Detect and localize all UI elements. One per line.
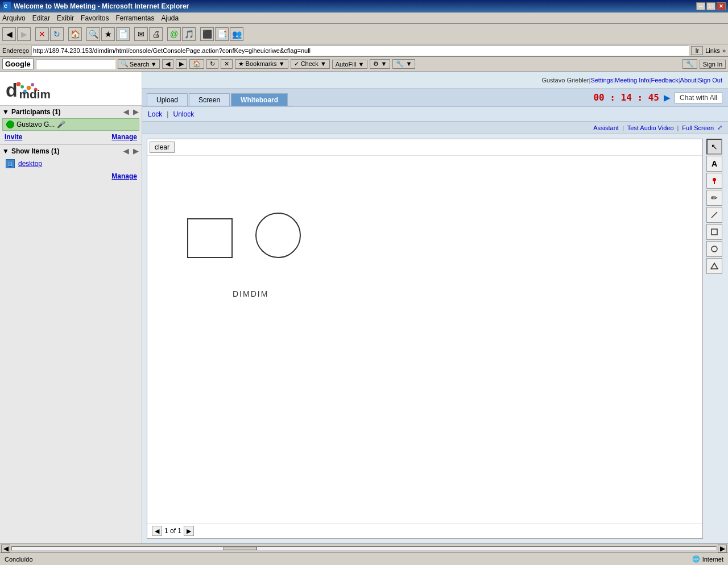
google-stop-btn[interactable]: ✕	[221, 59, 233, 69]
titlebar-icon: e	[2, 1, 11, 12]
links-label: Links	[705, 47, 720, 54]
bookmarks-button[interactable]: ★ Bookmarks ▼	[235, 59, 288, 69]
horizontal-scrollbar[interactable]: ◀ ▶	[0, 543, 728, 552]
google-wrench-btn[interactable]: 🔧	[682, 59, 697, 69]
pointer-tool-button[interactable]	[706, 173, 722, 189]
participants-collapse-icon[interactable]: ▼	[2, 108, 9, 116]
home-button[interactable]: 🏠	[68, 27, 82, 41]
back-button[interactable]: ◀	[2, 27, 16, 41]
chat-with-all-button[interactable]: Chat with All	[675, 92, 722, 103]
rect-tool-button[interactable]	[706, 224, 722, 240]
google-settings-btn[interactable]: ⚙ ▼	[370, 59, 390, 69]
circle-tool-button[interactable]	[706, 241, 722, 257]
address-input[interactable]: http://189.74.230.153/dimdim/html/consol…	[31, 45, 689, 56]
sign-in-button[interactable]: Sign In	[700, 60, 726, 69]
window-button[interactable]: ⬛	[200, 27, 214, 41]
cursor-tool-button[interactable]: ↖	[706, 139, 722, 155]
tab-upload[interactable]: Upload	[147, 93, 188, 106]
refresh-button[interactable]: ↻	[50, 27, 64, 41]
desktop-item[interactable]: □ desktop	[2, 157, 139, 170]
whiteboard[interactable]: clear DIMDIM ◀ 1 of 1 ▶	[147, 139, 703, 539]
participants-next-arrow[interactable]: ▶	[132, 108, 139, 116]
participant-name: Gustavo G...	[16, 121, 55, 128]
toolbar-btn3[interactable]: 👥	[230, 27, 243, 41]
mail-button[interactable]: ✉	[134, 27, 148, 41]
scroll-left-button[interactable]: ◀	[1, 545, 10, 552]
full-screen-icon[interactable]: ⤢	[717, 124, 722, 131]
scroll-thumb[interactable]	[223, 547, 257, 550]
media-button[interactable]: 🎵	[182, 27, 196, 41]
titlebar-text: Welcome to Web Meeting - Microsoft Inter…	[14, 2, 189, 10]
whiteboard-circle	[255, 213, 301, 258]
sign-out-link[interactable]: Sign Out	[698, 77, 722, 84]
lock-link[interactable]: Lock	[148, 110, 162, 118]
next-toolbar-btn[interactable]: ▶	[176, 59, 187, 69]
google-reload-btn[interactable]: ↻	[206, 59, 218, 69]
google-search-button[interactable]: 🔍 Search ▼	[118, 59, 160, 69]
test-audio-link[interactable]: Test Audio Video	[627, 124, 674, 131]
whiteboard-text: DIMDIM	[233, 289, 268, 298]
show-items-next-arrow[interactable]: ▶	[132, 147, 139, 155]
full-screen-link[interactable]: Full Screen	[682, 124, 714, 131]
menu-editar[interactable]: Editar	[32, 14, 50, 22]
whiteboard-square	[187, 218, 233, 258]
autofill-button[interactable]: AutoFill ▼	[332, 60, 368, 69]
search-button[interactable]: 🔍	[86, 27, 100, 41]
participants-manage-link[interactable]: Manage	[111, 133, 137, 141]
google-logo: Google	[2, 59, 34, 69]
status-internet: 🌐 Internet	[692, 555, 723, 563]
pencil-tool-button[interactable]: ✏	[706, 190, 722, 206]
timer-chat-area: 00 : 14 : 45 ▶ Chat with All	[593, 92, 722, 103]
minimize-button[interactable]: ─	[696, 2, 705, 10]
google-tools-btn[interactable]: 🔧 ▼	[392, 59, 415, 69]
tab-screen[interactable]: Screen	[189, 93, 230, 106]
links-chevron: »	[722, 47, 726, 54]
internet-icon: 🌐	[692, 555, 700, 563]
scroll-right-button[interactable]: ▶	[718, 545, 727, 552]
google-home-btn[interactable]: 🏠	[189, 59, 204, 69]
assistant-link[interactable]: Assistant	[593, 124, 619, 131]
browser-toolbar: ◀ ▶ ✕ ↻ 🏠 🔍 ★ 📄 ✉ 🖨 @ 🎵 ⬛ 📑 👥	[0, 24, 728, 44]
show-items-manage-link[interactable]: Manage	[111, 172, 137, 180]
page-prev-button[interactable]: ◀	[152, 526, 162, 536]
settings-link[interactable]: Settings	[590, 77, 613, 84]
line-tool-button[interactable]	[706, 207, 722, 223]
back-toolbar-btn[interactable]: ◀	[162, 59, 173, 69]
menu-ferramentas[interactable]: Ferramentas	[115, 14, 154, 22]
content-area: Gustavo Griebler | Settings | Meeting In…	[142, 72, 728, 543]
show-items-prev-arrow[interactable]: ◀	[122, 147, 130, 155]
triangle-tool-button[interactable]	[706, 258, 722, 274]
menu-exibir[interactable]: Exibir	[57, 14, 74, 22]
clear-button[interactable]: clear	[150, 142, 175, 153]
page-next-button[interactable]: ▶	[184, 526, 194, 536]
google-search-input[interactable]	[36, 59, 115, 69]
whiteboard-canvas[interactable]: DIMDIM	[147, 156, 702, 523]
forward-button[interactable]: ▶	[17, 27, 31, 41]
maximize-button[interactable]: □	[706, 2, 715, 10]
menu-arquivo[interactable]: Arquivo	[2, 14, 26, 22]
show-items-collapse-icon[interactable]: ▼	[2, 147, 9, 155]
text-tool-button[interactable]: A	[706, 156, 722, 172]
go-button[interactable]: Ir	[691, 46, 703, 55]
menu-favoritos[interactable]: Favoritos	[81, 14, 109, 22]
meeting-info-link[interactable]: Meeting Info	[615, 77, 650, 84]
msn-button[interactable]: @	[167, 27, 181, 41]
toolbar-btn2[interactable]: 📑	[215, 27, 229, 41]
history-button[interactable]: 📄	[116, 27, 130, 41]
close-button[interactable]: ✕	[717, 2, 726, 10]
participants-prev-arrow[interactable]: ◀	[122, 108, 130, 116]
favorites-button[interactable]: ★	[101, 27, 115, 41]
about-link[interactable]: About	[680, 77, 697, 84]
scroll-track[interactable]	[11, 546, 717, 551]
tab-whiteboard[interactable]: Whiteboard	[231, 93, 288, 106]
unlock-link[interactable]: Unlock	[173, 110, 194, 118]
play-icon[interactable]: ▶	[664, 93, 670, 102]
dimdim-logo: d mdim	[5, 76, 53, 101]
feedback-link[interactable]: Feedback	[651, 77, 678, 84]
print-button[interactable]: 🖨	[149, 27, 163, 41]
check-button[interactable]: ✓ Check ▼	[291, 59, 330, 69]
menu-ajuda[interactable]: Ajuda	[161, 14, 179, 22]
stop-button[interactable]: ✕	[35, 27, 49, 41]
invite-link[interactable]: Invite	[5, 133, 22, 141]
mic-icon: 🎤	[57, 121, 65, 128]
